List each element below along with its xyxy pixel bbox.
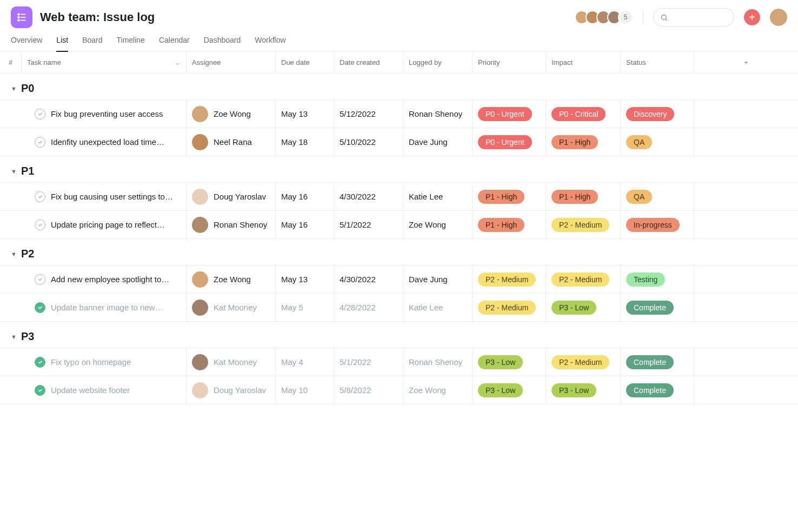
column-priority[interactable]: Priority (473, 52, 546, 73)
complete-check[interactable] (35, 137, 45, 148)
column-assignee[interactable]: Assignee (187, 52, 276, 73)
task-name-cell[interactable]: Update banner image to new… (22, 294, 187, 321)
tab-board[interactable]: Board (82, 36, 102, 51)
task-name-cell[interactable]: Update website footer (22, 376, 187, 404)
complete-check[interactable] (35, 191, 45, 202)
column-created[interactable]: Date created (334, 52, 403, 73)
column-num[interactable]: # (0, 52, 22, 73)
add-column-button[interactable]: + (694, 52, 798, 73)
logged-by[interactable]: Dave Jung (403, 128, 473, 156)
user-avatar[interactable] (770, 9, 787, 26)
impact-cell[interactable]: P2 - Medium (546, 211, 621, 238)
logged-by[interactable]: Zoe Wong (403, 376, 473, 404)
assignee-cell[interactable]: Doug Yaroslav (187, 376, 276, 404)
assignee-cell[interactable]: Ronan Shenoy (187, 211, 276, 238)
assignee-cell[interactable]: Kat Mooney (187, 294, 276, 321)
assignee-cell[interactable]: Kat Mooney (187, 348, 276, 376)
impact-cell[interactable]: P3 - Low (546, 376, 621, 404)
task-name-cell[interactable]: Update pricing page to reflect… (22, 211, 187, 238)
due-date[interactable]: May 13 (276, 265, 334, 293)
logged-by[interactable]: Katie Lee (403, 294, 473, 321)
task-name-cell[interactable]: Idenfity unexpected load time… (22, 128, 187, 156)
status-cell[interactable]: Complete (621, 376, 694, 404)
date-created[interactable]: 4/30/2022 (334, 183, 403, 210)
section-header[interactable]: ▼P2 (0, 239, 798, 265)
status-cell[interactable]: Complete (621, 348, 694, 376)
due-date[interactable]: May 10 (276, 376, 334, 404)
tab-timeline[interactable]: Timeline (117, 36, 145, 51)
logged-by[interactable]: Ronan Shenoy (403, 100, 473, 128)
date-created[interactable]: 5/12/2022 (334, 100, 403, 128)
due-date[interactable]: May 4 (276, 348, 334, 376)
due-date[interactable]: May 18 (276, 128, 334, 156)
assignee-cell[interactable]: Zoe Wong (187, 100, 276, 128)
complete-check[interactable] (35, 385, 45, 396)
complete-check[interactable] (35, 357, 45, 368)
chevron-down-icon[interactable]: ⌄ (175, 58, 181, 66)
column-task[interactable]: Task name⌄ (22, 52, 187, 73)
logged-by[interactable]: Katie Lee (403, 183, 473, 210)
priority-cell[interactable]: P0 - Urgent (473, 128, 546, 156)
date-created[interactable]: 5/10/2022 (334, 128, 403, 156)
impact-cell[interactable]: P2 - Medium (546, 348, 621, 376)
status-cell[interactable]: QA (621, 128, 694, 156)
status-cell[interactable]: Discovery (621, 100, 694, 128)
priority-cell[interactable]: P3 - Low (473, 376, 546, 404)
date-created[interactable]: 4/30/2022 (334, 265, 403, 293)
impact-cell[interactable]: P3 - Low (546, 294, 621, 321)
priority-cell[interactable]: P1 - High (473, 183, 546, 210)
column-due[interactable]: Due date (276, 52, 334, 73)
priority-cell[interactable]: P3 - Low (473, 348, 546, 376)
member-avatars[interactable]: 5 (578, 10, 633, 25)
priority-cell[interactable]: P1 - High (473, 211, 546, 238)
assignee-cell[interactable]: Doug Yaroslav (187, 183, 276, 210)
impact-cell[interactable]: P1 - High (546, 128, 621, 156)
column-logged[interactable]: Logged by (403, 52, 473, 73)
complete-check[interactable] (35, 109, 45, 119)
add-button[interactable]: + (744, 9, 760, 25)
tab-workflow[interactable]: Workflow (255, 36, 285, 51)
impact-cell[interactable]: P2 - Medium (546, 265, 621, 293)
due-date[interactable]: May 16 (276, 211, 334, 238)
complete-check[interactable] (35, 302, 45, 313)
task-name-cell[interactable]: Fix bug causing user settings to… (22, 183, 187, 210)
due-date[interactable]: May 5 (276, 294, 334, 321)
task-name-cell[interactable]: Fix bug preventing user access (22, 100, 187, 128)
table-row[interactable]: Fix bug causing user settings to…Doug Ya… (0, 182, 798, 211)
table-row[interactable]: Fix bug preventing user accessZoe WongMa… (0, 99, 798, 128)
section-header[interactable]: ▼P0 (0, 74, 798, 100)
tab-calendar[interactable]: Calendar (159, 36, 190, 51)
assignee-cell[interactable]: Zoe Wong (187, 265, 276, 293)
status-cell[interactable]: Complete (621, 294, 694, 321)
project-icon[interactable] (11, 6, 32, 28)
column-status[interactable]: Status (621, 52, 694, 73)
task-name-cell[interactable]: Fix typo on homepage (22, 348, 187, 376)
section-header[interactable]: ▼P1 (0, 156, 798, 183)
date-created[interactable]: 5/8/2022 (334, 376, 403, 404)
member-count[interactable]: 5 (618, 10, 633, 25)
due-date[interactable]: May 16 (276, 183, 334, 210)
tab-list[interactable]: List (56, 36, 68, 52)
tab-overview[interactable]: Overview (11, 36, 42, 51)
table-row[interactable]: Fix typo on homepageKat MooneyMay 45/1/2… (0, 348, 798, 376)
table-row[interactable]: Idenfity unexpected load time…Neel RanaM… (0, 128, 798, 156)
complete-check[interactable] (35, 274, 45, 285)
logged-by[interactable]: Ronan Shenoy (403, 348, 473, 376)
date-created[interactable]: 4/28/2022 (334, 294, 403, 321)
logged-by[interactable]: Dave Jung (403, 265, 473, 293)
priority-cell[interactable]: P2 - Medium (473, 265, 546, 293)
task-name-cell[interactable]: Add new employee spotlight to… (22, 265, 187, 293)
status-cell[interactable]: In-progress (621, 211, 694, 238)
table-row[interactable]: Add new employee spotlight to…Zoe WongMa… (0, 265, 798, 294)
priority-cell[interactable]: P2 - Medium (473, 294, 546, 321)
complete-check[interactable] (35, 220, 45, 230)
date-created[interactable]: 5/1/2022 (334, 211, 403, 238)
priority-cell[interactable]: P0 - Urgent (473, 100, 546, 128)
table-row[interactable]: Update banner image to new…Kat MooneyMay… (0, 293, 798, 322)
assignee-cell[interactable]: Neel Rana (187, 128, 276, 156)
due-date[interactable]: May 13 (276, 100, 334, 128)
status-cell[interactable]: Testing (621, 265, 694, 293)
date-created[interactable]: 5/1/2022 (334, 348, 403, 376)
status-cell[interactable]: QA (621, 183, 694, 210)
logged-by[interactable]: Zoe Wong (403, 211, 473, 238)
